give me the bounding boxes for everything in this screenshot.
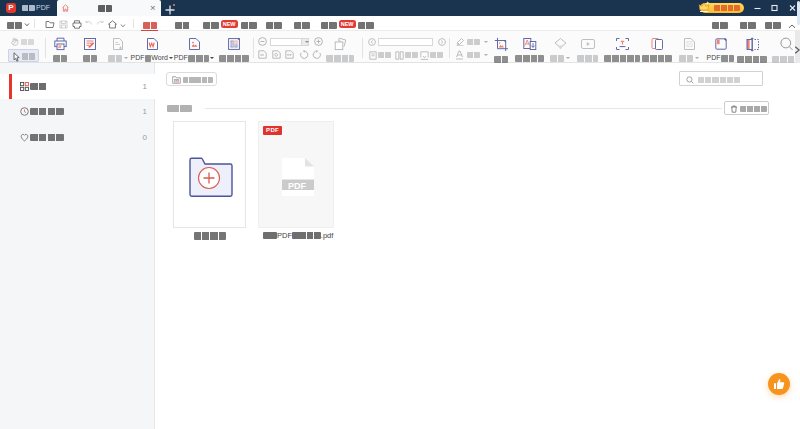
svg-text:PDF: PDF xyxy=(288,180,307,190)
